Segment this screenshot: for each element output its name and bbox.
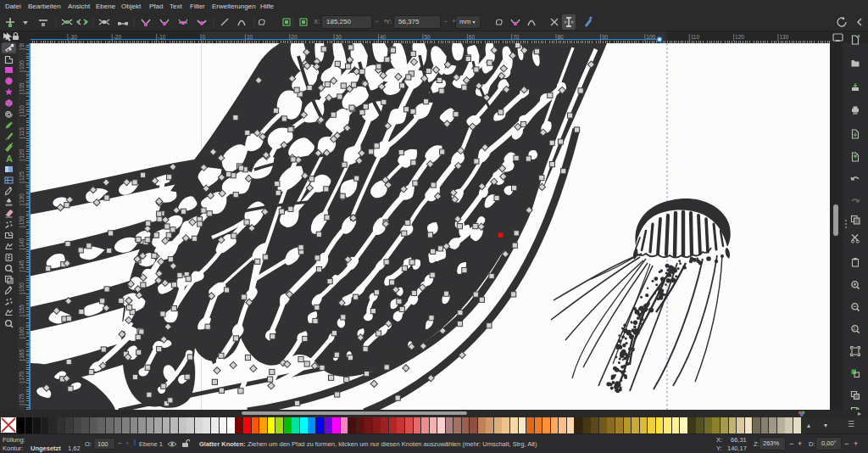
svg-text:110: 110 [19,105,25,115]
svg-text:150: 150 [19,282,25,292]
svg-text:170: 170 [19,371,25,380]
svg-text:110: 110 [691,34,700,40]
svg-text:145: 145 [19,260,25,269]
svg-text:135: 135 [19,215,25,225]
svg-text:175: 175 [19,394,25,403]
svg-text:A: A [6,154,13,164]
svg-text:130: 130 [779,34,788,40]
svg-text:105: 105 [19,82,25,92]
svg-text:1: 1 [853,326,855,331]
svg-text:140: 140 [19,238,25,247]
svg-text:120: 120 [19,149,25,159]
svg-text:115: 115 [19,127,25,137]
svg-text:155: 155 [19,305,25,314]
svg-text:160: 160 [19,327,25,336]
svg-text:95: 95 [19,43,25,48]
svg-text:130: 130 [19,193,25,203]
svg-text:120: 120 [735,34,744,40]
svg-text:125: 125 [19,171,25,181]
svg-text:100: 100 [19,60,25,70]
svg-text:165: 165 [19,349,25,358]
